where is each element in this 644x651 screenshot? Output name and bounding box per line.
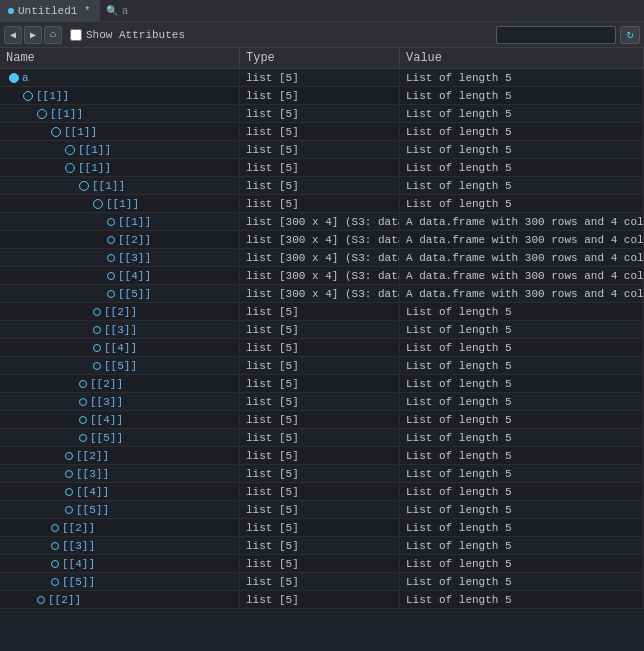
show-attributes-checkbox[interactable] [70,29,82,41]
table-row[interactable]: [[1]]list [5]List of length 5 [0,195,644,213]
table-row[interactable]: [[2]]list [5]List of length 5 [0,447,644,465]
type-cell: list [5] [240,105,400,122]
table-row[interactable]: [[2]]list [5]List of length 5 [0,591,644,609]
value-cell: List of length 5 [400,447,644,464]
indent-spacer [6,342,90,354]
table-row[interactable]: [[1]]list [5]List of length 5 [0,177,644,195]
table-row[interactable]: [[4]]list [5]List of length 5 [0,483,644,501]
value-cell: List of length 5 [400,177,644,194]
indent-spacer [6,540,48,552]
node-icon [37,109,47,119]
value-cell: List of length 5 [400,393,644,410]
table-row[interactable]: [[4]]list [5]List of length 5 [0,555,644,573]
value-cell: List of length 5 [400,123,644,140]
table-row[interactable]: [[1]]list [300 x 4] (S3: data.frame)A da… [0,213,644,231]
type-cell: list [5] [240,411,400,428]
node-icon [37,596,45,604]
refresh-button[interactable]: ↻ [620,26,640,44]
node-icon [23,91,33,101]
type-cell: list [5] [240,393,400,410]
name-cell: [[4]] [0,339,240,356]
node-icon [51,542,59,550]
table-row[interactable]: [[4]]list [300 x 4] (S3: data.frame)A da… [0,267,644,285]
name-cell: [[5]] [0,501,240,518]
table-row[interactable]: [[3]]list [5]List of length 5 [0,465,644,483]
table-row[interactable]: [[5]]list [5]List of length 5 [0,501,644,519]
table-row[interactable]: [[1]]list [5]List of length 5 [0,105,644,123]
type-cell: list [5] [240,123,400,140]
name-cell: [[5]] [0,285,240,302]
type-cell: list [5] [240,195,400,212]
indent-spacer [6,378,76,390]
type-cell: list [300 x 4] (S3: data.frame) [240,267,400,284]
node-label: [[3]] [90,396,123,408]
name-cell: [[3]] [0,465,240,482]
table-row[interactable]: [[4]]list [5]List of length 5 [0,411,644,429]
name-cell: [[2]] [0,375,240,392]
node-label: [[2]] [62,522,95,534]
node-icon [93,326,101,334]
table-row[interactable]: [[3]]list [5]List of length 5 [0,537,644,555]
tab-untitled1[interactable]: Untitled1 * [0,0,100,21]
show-attributes-toggle[interactable]: Show Attributes [66,29,189,41]
type-cell: list [5] [240,573,400,590]
type-cell: list [5] [240,555,400,572]
value-cell: List of length 5 [400,519,644,536]
table-row[interactable]: [[5]]list [5]List of length 5 [0,573,644,591]
table-row[interactable]: [[2]]list [5]List of length 5 [0,303,644,321]
back-button[interactable]: ◀ [4,26,22,44]
name-cell: [[1]] [0,159,240,176]
type-cell: list [5] [240,159,400,176]
table-row[interactable]: [[3]]list [5]List of length 5 [0,321,644,339]
table-row[interactable]: [[5]]list [300 x 4] (S3: data.frame)A da… [0,285,644,303]
table-row[interactable]: alist [5]List of length 5 [0,69,644,87]
node-icon [51,560,59,568]
table-row[interactable]: [[5]]list [5]List of length 5 [0,429,644,447]
table-row[interactable]: [[2]]list [5]List of length 5 [0,375,644,393]
indent-spacer [6,162,62,174]
tab-search[interactable]: 🔍 a [100,0,135,21]
table-row[interactable]: [[1]]list [5]List of length 5 [0,159,644,177]
value-cell: List of length 5 [400,69,644,86]
home-button[interactable]: ⌂ [44,26,62,44]
table-row[interactable]: [[1]]list [5]List of length 5 [0,87,644,105]
node-icon [93,344,101,352]
value-cell: List of length 5 [400,501,644,518]
node-icon [107,290,115,298]
col-header-value: Value [400,48,644,68]
forward-button[interactable]: ▶ [24,26,42,44]
indent-spacer [6,252,104,264]
node-icon [79,380,87,388]
type-cell: list [5] [240,465,400,482]
node-label: [[2]] [76,450,109,462]
nav-buttons: ◀ ▶ ⌂ [4,26,62,44]
node-label: [[4]] [62,558,95,570]
toolbar-search-area: ↻ [496,26,640,44]
type-cell: list [5] [240,519,400,536]
table-row[interactable]: [[1]]list [5]List of length 5 [0,141,644,159]
type-cell: list [5] [240,177,400,194]
node-icon [79,181,89,191]
name-cell: [[2]] [0,519,240,536]
search-input[interactable] [496,26,616,44]
node-icon [51,578,59,586]
table-row[interactable]: [[3]]list [5]List of length 5 [0,393,644,411]
indent-spacer [6,144,62,156]
node-label: [[4]] [76,486,109,498]
table-row[interactable]: [[4]]list [5]List of length 5 [0,339,644,357]
name-cell: [[5]] [0,573,240,590]
table-row[interactable]: [[2]]list [5]List of length 5 [0,519,644,537]
table-row[interactable]: [[3]]list [300 x 4] (S3: data.frame)A da… [0,249,644,267]
table-row[interactable]: [[5]]list [5]List of length 5 [0,357,644,375]
node-icon [9,73,19,83]
name-cell: [[1]] [0,141,240,158]
table-container[interactable]: Name Type Value alist [5]List of length … [0,48,644,651]
table-row[interactable]: [[2]]list [300 x 4] (S3: data.frame)A da… [0,231,644,249]
name-cell: a [0,69,240,86]
node-label: [[5]] [118,288,151,300]
type-cell: list [5] [240,537,400,554]
indent-spacer [6,468,62,480]
column-headers: Name Type Value [0,48,644,69]
table-row[interactable]: [[1]]list [5]List of length 5 [0,123,644,141]
type-cell: list [5] [240,501,400,518]
